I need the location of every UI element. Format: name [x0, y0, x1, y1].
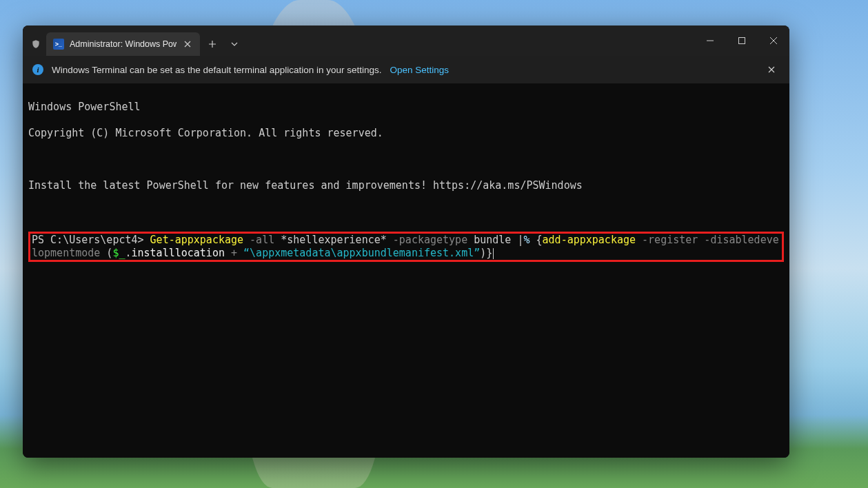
tok-variable: $_ [112, 247, 125, 259]
terminal-window: >_ Administrator: Windows Powe [23, 26, 789, 458]
tabs-strip: >_ Administrator: Windows Powe [42, 26, 200, 56]
tok-param: -all [243, 234, 274, 246]
tok-brace: } [486, 247, 492, 259]
tab-dropdown-button[interactable] [225, 32, 244, 56]
tok-param: -packagetype [387, 234, 467, 246]
tab-close-button[interactable] [182, 39, 193, 50]
tok-property: installlocation [132, 247, 225, 259]
tab-label: Administrator: Windows Powe [70, 39, 176, 49]
tok-cmdlet: Get-appxpackage [150, 234, 243, 246]
admin-shield-icon [23, 26, 42, 56]
tok-foreach: % [523, 234, 536, 246]
terminal-line: Copyright (C) Microsoft Corporation. All… [28, 127, 784, 140]
svg-rect-0 [739, 38, 745, 44]
command-highlight: PS C:\Users\epct4> Get-appxpackage -all … [28, 232, 784, 262]
open-settings-link[interactable]: Open Settings [390, 65, 450, 75]
tab-powershell[interactable]: >_ Administrator: Windows Powe [46, 32, 200, 56]
new-tab-button[interactable] [200, 32, 225, 56]
powershell-icon: >_ [53, 39, 64, 50]
maximize-button[interactable] [726, 26, 758, 56]
text-cursor [493, 248, 494, 259]
tok-dot: . [125, 247, 131, 259]
minimize-button[interactable] [694, 26, 726, 56]
window-controls [694, 26, 789, 56]
tok-string: “\appxmetadata\appxbundlemanifest.xml” [243, 247, 480, 259]
dismiss-infobar-button[interactable] [763, 61, 780, 78]
terminal-blank [28, 153, 784, 166]
tok-arg: bundle [467, 234, 517, 246]
terminal-blank [28, 205, 784, 218]
info-message: Windows Terminal can be set as the defau… [52, 65, 382, 75]
tok-operator: + [225, 247, 243, 259]
terminal-body[interactable]: Windows PowerShell Copyright (C) Microso… [23, 83, 789, 458]
tok-cmdlet: add-appxpackage [543, 234, 636, 246]
tok-arg: *shellexperience* [274, 234, 387, 246]
prompt: PS C:\Users\epct4> [32, 234, 150, 246]
close-button[interactable] [758, 26, 789, 56]
tok-paren: ) [480, 247, 486, 259]
tok-paren: ( [100, 247, 112, 259]
titlebar: >_ Administrator: Windows Powe [23, 26, 789, 56]
terminal-line: Windows PowerShell [28, 101, 784, 114]
info-bar: i Windows Terminal can be set as the def… [23, 56, 789, 83]
terminal-line: Install the latest PowerShell for new fe… [28, 179, 784, 192]
titlebar-spacer[interactable] [244, 26, 694, 56]
tok-param: lopmentmode [32, 247, 100, 259]
info-icon: i [32, 64, 43, 75]
tok-brace: { [536, 234, 543, 246]
tok-param: -register -disabledeve [636, 234, 779, 246]
